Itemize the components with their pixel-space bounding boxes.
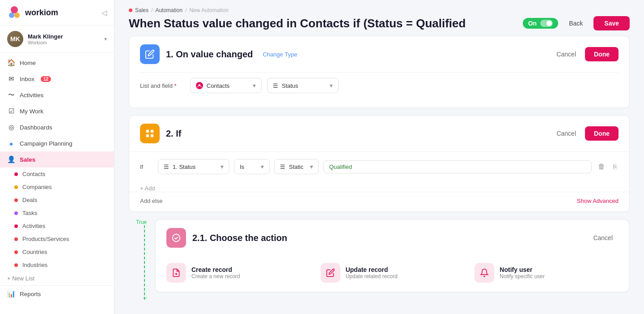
status-field-chevron: ▾ xyxy=(220,163,224,170)
if-card-header: 2. If Cancel Done xyxy=(129,116,629,151)
sidebar-item-label: Reports xyxy=(20,291,41,297)
sidebar-item-label: My Work xyxy=(20,108,43,115)
trigger-done-button[interactable]: Done xyxy=(585,47,619,61)
sidebar-subitem-label: Contacts xyxy=(22,171,45,177)
sidebar-item-home[interactable]: 🏠 Home xyxy=(0,55,114,71)
type-chevron: ▾ xyxy=(310,163,313,170)
status-dropdown-value: Status xyxy=(282,82,298,89)
notify-option-title: Notify user xyxy=(500,266,545,273)
sidebar-item-countries[interactable]: Countries xyxy=(0,245,114,258)
campaign-icon: ● xyxy=(7,139,15,147)
if-cancel-button[interactable]: Cancel xyxy=(551,126,581,141)
contacts-dropdown-icon xyxy=(196,82,203,89)
sidebar: workiom ◁ MK Mark Klinger Workiom ▾ 🏠 Ho… xyxy=(0,0,114,314)
status-dropdown[interactable]: ☰ Status ▾ xyxy=(267,78,339,93)
copy-condition-icon[interactable]: ⎘ xyxy=(611,161,619,172)
breadcrumb-sales[interactable]: Sales xyxy=(135,7,148,13)
action-option-notify[interactable]: Notify user Notify specific user xyxy=(475,263,618,283)
sidebar-item-sales[interactable]: 👤 Sales xyxy=(0,151,114,168)
trigger-card-header: 1. On value changed Change Type Cancel D… xyxy=(129,36,629,72)
type-icon: ☰ xyxy=(280,163,285,170)
sidebar-item-dashboards[interactable]: ◎ Dashboards xyxy=(0,119,114,135)
notify-option-text: Notify user Notify specific user xyxy=(500,266,545,280)
show-advanced-link[interactable]: Show Advanced xyxy=(577,198,619,204)
toggle-container[interactable]: On xyxy=(523,18,558,29)
if-row-label: If xyxy=(140,163,153,170)
inbox-badge: 12 xyxy=(41,76,51,82)
activities-sub-dot xyxy=(14,224,18,228)
change-type-link[interactable]: Change Type xyxy=(263,51,297,58)
action-card-container: 2.1. Choose the action Cancel C xyxy=(155,219,630,300)
sidebar-item-campaign[interactable]: ● Campaign Planning xyxy=(0,135,114,151)
sidebar-item-tasks[interactable]: Tasks xyxy=(0,206,114,219)
trigger-title-row: 1. On value changed Change Type xyxy=(140,44,297,64)
action-option-update[interactable]: Update record Update related record xyxy=(321,263,464,283)
sidebar-item-deals[interactable]: Deals xyxy=(0,194,114,206)
trigger-icon xyxy=(140,44,160,64)
if-done-button[interactable]: Done xyxy=(585,126,619,141)
if-title-row: 2. If xyxy=(140,124,181,143)
if-card-actions: Cancel Done xyxy=(551,126,619,141)
breadcrumb-current: New Automation xyxy=(189,7,228,13)
page-title-row: When Status value changed in Contacts if… xyxy=(129,16,630,30)
sidebar-collapse-icon[interactable]: ◁ xyxy=(102,9,107,17)
breadcrumb-automation[interactable]: Automation xyxy=(155,7,182,13)
sidebar-subitem-label: Countries xyxy=(22,249,47,255)
toggle-label: On xyxy=(528,20,537,27)
action-cancel-button[interactable]: Cancel xyxy=(588,232,618,244)
if-card-title: 2. If xyxy=(166,129,181,139)
content-area: 1. On value changed Change Type Cancel D… xyxy=(114,36,644,314)
if-condition-row: If ☰ 1. Status ▾ Is ▾ ☰ Static ▾ Qualifi… xyxy=(129,151,629,181)
workiom-logo-icon xyxy=(7,5,21,20)
sidebar-item-companies[interactable]: Companies xyxy=(0,181,114,194)
if-icon xyxy=(140,124,160,143)
update-record-icon xyxy=(321,263,340,283)
action-options: Create record Create a new record Update… xyxy=(156,256,629,292)
svg-rect-7 xyxy=(151,134,153,137)
sidebar-item-contacts[interactable]: Contacts xyxy=(0,168,114,181)
toggle-switch[interactable] xyxy=(540,20,553,27)
condition-chevron: ▾ xyxy=(261,163,264,170)
sidebar-item-label: Campaign Planning xyxy=(20,140,72,147)
home-icon: 🏠 xyxy=(7,59,15,67)
if-card: 2. If Cancel Done If ☰ 1. Status ▾ Is xyxy=(129,115,630,212)
sidebar-item-label: Inbox xyxy=(20,76,34,82)
sidebar-item-activities-sub[interactable]: Activities xyxy=(0,219,114,232)
sidebar-item-industries[interactable]: Industries xyxy=(0,258,114,271)
delete-condition-icon[interactable]: 🗑 xyxy=(596,161,607,172)
contacts-chevron-icon: ▾ xyxy=(253,82,256,89)
condition-dropdown[interactable]: Is ▾ xyxy=(234,159,270,174)
save-button[interactable]: Save xyxy=(593,16,630,30)
sidebar-item-label: Activities xyxy=(20,92,43,99)
breadcrumb-sep2: / xyxy=(185,7,186,13)
sidebar-item-work[interactable]: ☑ My Work xyxy=(0,103,114,119)
status-field-dropdown[interactable]: ☰ 1. Status ▾ xyxy=(158,159,229,174)
sidebar-item-products[interactable]: Products/Services xyxy=(0,232,114,245)
sidebar-subitem-label: Deals xyxy=(22,197,37,203)
sidebar-item-activities[interactable]: 〜 Activities xyxy=(0,87,114,103)
breadcrumb-sep1: / xyxy=(151,7,153,13)
type-dropdown[interactable]: ☰ Static ▾ xyxy=(274,159,319,174)
add-condition-row[interactable]: + Add xyxy=(129,181,629,192)
create-record-icon xyxy=(166,263,186,283)
add-else-link[interactable]: Add else xyxy=(140,198,163,204)
new-list-button[interactable]: + New List xyxy=(0,271,114,285)
sidebar-subitem-label: Tasks xyxy=(22,210,37,216)
sidebar-item-reports[interactable]: 📊 Reports xyxy=(0,285,114,302)
sidebar-item-inbox[interactable]: ✉ Inbox 12 xyxy=(0,71,114,87)
filter-value-input[interactable]: Qualified xyxy=(323,160,592,173)
dashboards-icon: ◎ xyxy=(7,123,15,131)
trigger-field-row: List and field * Contacts ▾ ☰ Status ▾ xyxy=(140,72,619,99)
true-label: True xyxy=(136,219,147,225)
action-title-row: 2.1. Choose the action xyxy=(166,228,287,248)
status-field-value: 1. Status xyxy=(173,163,195,170)
contacts-dropdown[interactable]: Contacts ▾ xyxy=(190,78,262,93)
nav-section: 🏠 Home ✉ Inbox 12 〜 Activities ☑ My Work… xyxy=(0,53,114,304)
create-option-title: Create record xyxy=(191,266,240,273)
back-button[interactable]: Back xyxy=(564,17,588,30)
action-option-create[interactable]: Create record Create a new record xyxy=(166,263,310,283)
user-section[interactable]: MK Mark Klinger Workiom ▾ xyxy=(0,26,114,53)
header-actions: On Back Save xyxy=(523,16,630,30)
svg-point-1 xyxy=(9,13,14,18)
trigger-cancel-button[interactable]: Cancel xyxy=(551,47,581,61)
